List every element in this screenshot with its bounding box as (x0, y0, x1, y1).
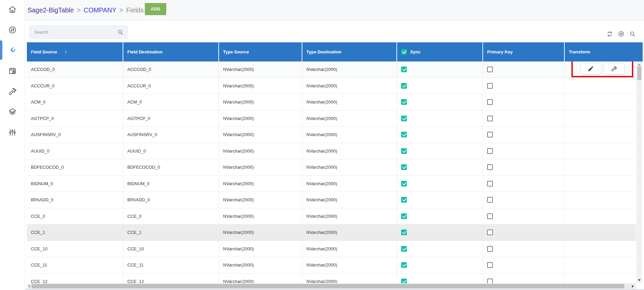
search-icon[interactable] (629, 31, 636, 37)
primary-key-checkbox[interactable] (487, 164, 493, 170)
column-header-field-source[interactable]: Field Source ↑ (27, 42, 123, 61)
table-toolbar (606, 31, 636, 37)
sidebar-item-schedule[interactable] (0, 67, 25, 75)
scroll-left-arrow-icon[interactable] (28, 285, 30, 288)
horizontal-scrollbar-thumb[interactable] (32, 284, 624, 288)
magic-wand-icon (8, 87, 17, 96)
vertical-scrollbar[interactable] (636, 61, 642, 283)
primary-key-checkbox[interactable] (487, 83, 493, 89)
cell-sync (397, 159, 483, 175)
sync-all-checkbox[interactable] (401, 49, 407, 55)
sidebar-item-home[interactable] (0, 5, 25, 14)
sync-checkbox[interactable] (401, 230, 407, 235)
sync-checkbox[interactable] (401, 246, 407, 252)
primary-key-checkbox[interactable] (487, 279, 493, 283)
cell-type-destination: NVarchar(2000) (302, 176, 397, 192)
type-destination-value: NVarchar(2000) (306, 132, 337, 137)
field-source-value: ACCCOD_0 (31, 67, 55, 72)
type-source-value: NVarchar(2000) (223, 279, 254, 283)
cell-primary-key (483, 78, 565, 94)
magic-wand-icon (611, 66, 617, 72)
breadcrumb-project-link[interactable]: Sage2-BigTable (28, 6, 74, 14)
cell-field-destination: CCE_0 (123, 208, 219, 224)
table-row[interactable]: CCE_1 CCE_1 NVarchar(2000) NVarchar(2000… (27, 224, 636, 241)
field-destination-value: ACM_0 (127, 99, 142, 105)
cell-type-source: NVarchar(2000) (219, 257, 302, 273)
table-row[interactable]: BIDNUM_0 BIDNUM_0 NVarchar(2000) NVarcha… (27, 176, 636, 192)
vertical-scrollbar-thumb[interactable] (637, 66, 641, 80)
type-source-value: NVarchar(2000) (223, 181, 254, 186)
sync-checkbox[interactable] (401, 83, 407, 89)
scroll-right-arrow-icon[interactable] (632, 285, 634, 288)
search-input[interactable] (30, 30, 117, 35)
refresh-icon[interactable] (606, 31, 613, 37)
column-header-primary-key[interactable]: Primary Key (483, 42, 565, 61)
edit-button[interactable] (581, 63, 601, 75)
sync-checkbox[interactable] (401, 164, 407, 170)
field-source-value: CCE_11 (31, 262, 47, 267)
cell-field-destination: ACM_0 (123, 94, 219, 110)
table-row[interactable]: ACCCUR_0 ACCCUR_0 NVarchar(2000) NVarcha… (27, 78, 636, 94)
column-header-transform[interactable]: Transform (565, 42, 643, 61)
type-destination-value: NVarchar(2000) (306, 83, 337, 88)
field-source-value: BPAADD_0 (31, 197, 53, 202)
field-destination-value: CCE_11 (127, 262, 143, 267)
sync-checkbox[interactable] (401, 197, 407, 203)
primary-key-checkbox[interactable] (487, 197, 493, 203)
table-row[interactable]: AUSFINSRV_0 AUSFINSRV_0 NVarchar(2000) N… (27, 127, 636, 143)
sidebar-item-transformations[interactable] (0, 87, 25, 96)
scroll-up-arrow-icon[interactable] (638, 64, 641, 66)
primary-key-checkbox[interactable] (487, 246, 493, 252)
table-row[interactable]: ACCCOD_0 ACCCOD_0 NVarchar(2000) NVarcha… (27, 61, 636, 78)
primary-key-checkbox[interactable] (487, 213, 493, 219)
sort-asc-icon[interactable]: ↑ (65, 49, 67, 55)
cell-sync (397, 143, 483, 159)
sidebar (0, 0, 25, 290)
sync-checkbox[interactable] (401, 99, 407, 105)
primary-key-checkbox[interactable] (487, 230, 493, 235)
horizontal-scrollbar[interactable] (27, 283, 636, 289)
table-row[interactable]: AGTPCP_0 AGTPCP_0 NVarchar(2000) NVarcha… (27, 111, 636, 127)
data-transfer-icon[interactable] (618, 31, 625, 37)
primary-key-checkbox[interactable] (487, 116, 493, 121)
sync-checkbox[interactable] (401, 262, 407, 268)
cell-primary-key (483, 159, 565, 175)
primary-key-checkbox[interactable] (487, 148, 493, 154)
sync-checkbox[interactable] (401, 181, 407, 187)
cell-primary-key (483, 241, 565, 257)
sidebar-item-layers[interactable] (0, 108, 25, 116)
field-source-value: BDFECOCOD_0 (31, 165, 64, 170)
add-button[interactable]: ADD (145, 3, 166, 15)
table-row[interactable]: CCE_0 CCE_0 NVarchar(2000) NVarchar(2000… (27, 208, 636, 225)
sync-checkbox[interactable] (401, 213, 407, 219)
cell-type-destination: NVarchar(2000) (302, 78, 397, 94)
table-row[interactable]: CCE_11 CCE_11 NVarchar(2000) NVarchar(20… (27, 257, 636, 274)
table-row[interactable]: AUUID_0 AUUID_0 NVarchar(2000) NVarchar(… (27, 143, 636, 160)
table-row[interactable]: ACM_0 ACM_0 NVarchar(2000) NVarchar(2000… (27, 94, 636, 111)
breadcrumb-table-link[interactable]: COMPANY (84, 6, 116, 14)
column-header-type-source[interactable]: Type Source (219, 42, 302, 61)
sidebar-item-connections[interactable] (0, 46, 25, 55)
sidebar-item-transfer[interactable] (0, 26, 25, 34)
transform-button[interactable] (604, 63, 625, 75)
sync-checkbox[interactable] (401, 67, 407, 72)
sync-checkbox[interactable] (401, 132, 407, 137)
table-row[interactable]: CCE_12 CCE_12 NVarchar(2000) NVarchar(20… (27, 274, 636, 284)
column-header-type-destination[interactable]: Type Destination (302, 42, 397, 61)
sync-checkbox[interactable] (401, 116, 407, 121)
column-header-sync[interactable]: Sync (397, 42, 483, 61)
primary-key-checkbox[interactable] (487, 99, 493, 105)
primary-key-checkbox[interactable] (487, 132, 493, 137)
table-row[interactable]: BPAADD_0 BPAADD_0 NVarchar(2000) NVarcha… (27, 192, 636, 208)
table-row[interactable]: BDFECOCOD_0 BDFECOCOD_0 NVarchar(2000) N… (27, 159, 636, 176)
primary-key-checkbox[interactable] (487, 181, 493, 187)
primary-key-checkbox[interactable] (487, 67, 493, 72)
column-header-field-destination[interactable]: Field Destination (123, 42, 219, 61)
cell-field-destination: CCE_12 (123, 274, 219, 284)
sync-checkbox[interactable] (401, 148, 407, 154)
scroll-down-arrow-icon[interactable] (638, 279, 641, 281)
sync-checkbox[interactable] (401, 279, 407, 283)
table-row[interactable]: CCE_10 CCE_10 NVarchar(2000) NVarchar(20… (27, 241, 636, 257)
sidebar-item-settings[interactable] (0, 128, 25, 137)
primary-key-checkbox[interactable] (487, 262, 493, 268)
